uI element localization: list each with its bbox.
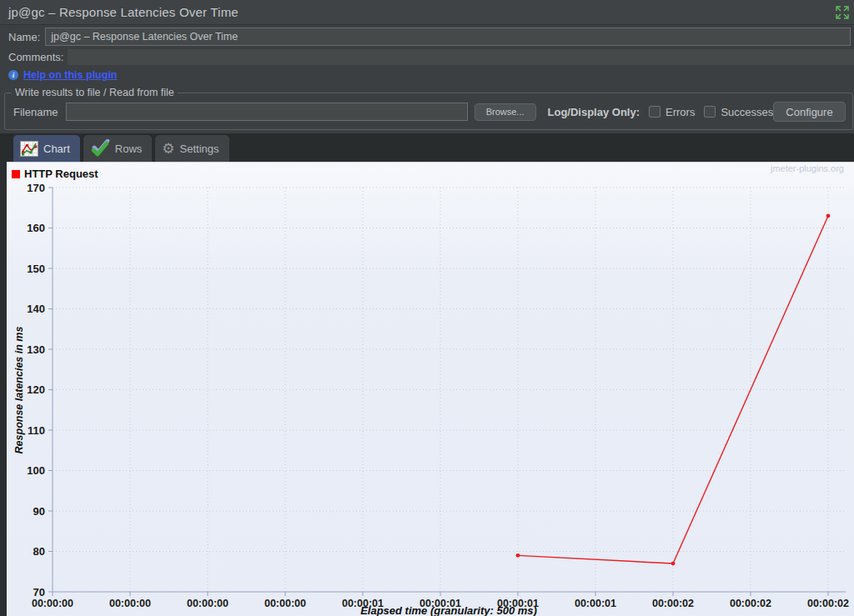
panel-left-gutter: [0, 162, 7, 616]
svg-text:00:00:02: 00:00:02: [807, 598, 849, 609]
tab-settings-label: Settings: [180, 143, 219, 155]
svg-text:110: 110: [28, 424, 45, 437]
tab-rows-label: Rows: [115, 143, 143, 155]
gear-icon: ⚙︎: [162, 142, 174, 156]
comments-input[interactable]: [68, 49, 854, 65]
name-label: Name:: [8, 31, 40, 43]
svg-text:70: 70: [33, 586, 45, 598]
expand-arrows-icon[interactable]: [836, 6, 849, 19]
titlebar: jp@gc – Response Latencies Over Time: [0, 0, 854, 25]
tab-chart[interactable]: Chart: [13, 134, 81, 162]
double-checkmark-icon: [90, 139, 110, 158]
info-circle-icon: i: [8, 70, 18, 80]
help-link[interactable]: Help on this plugin: [23, 69, 118, 81]
svg-text:00:00:02: 00:00:02: [730, 598, 771, 609]
svg-text:00:00:00: 00:00:00: [109, 598, 151, 609]
legend-swatch: [12, 170, 20, 178]
chart-panel: 70809010011012013014015016017000:00:0000…: [7, 162, 854, 616]
y-axis-title: Response latencies in ms: [13, 327, 25, 454]
svg-text:00:00:00: 00:00:00: [264, 598, 306, 609]
svg-text:00:00:00: 00:00:00: [187, 598, 229, 609]
x-axis-title: Elapsed time (granularity: 500 ms): [360, 604, 537, 616]
svg-text:80: 80: [33, 545, 45, 558]
jmeter-plugin-window: jp@gc – Response Latencies Over Time Nam…: [0, 0, 854, 616]
log-display-only-label: Log/Display Only:: [548, 106, 640, 118]
svg-text:100: 100: [27, 464, 45, 477]
chart-svg: 70809010011012013014015016017000:00:0000…: [7, 163, 854, 616]
successes-checkbox[interactable]: [704, 106, 716, 118]
successes-checkbox-label: Successes: [721, 106, 773, 118]
comments-row: Comments:: [0, 48, 854, 66]
write-results-group: Write results to file / Read from file F…: [4, 87, 853, 130]
configure-button[interactable]: Configure: [773, 102, 845, 122]
svg-text:00:00:02: 00:00:02: [652, 598, 694, 609]
svg-text:00:00:01: 00:00:01: [575, 598, 616, 609]
errors-checkbox-label: Errors: [666, 106, 695, 118]
tab-rows[interactable]: Rows: [83, 134, 153, 162]
comments-label: Comments:: [8, 51, 63, 63]
watermark-text: jmeter-plugins.org: [771, 163, 844, 173]
line-chart-icon: [20, 141, 38, 157]
filename-label: Filename: [13, 106, 58, 118]
filename-row: Filename Browse... Log/Display Only: Err…: [10, 98, 847, 125]
help-row: i Help on this plugin: [0, 67, 854, 83]
errors-checkbox[interactable]: [649, 106, 661, 118]
svg-text:00:00:00: 00:00:00: [32, 598, 73, 609]
svg-text:170: 170: [27, 182, 45, 194]
svg-text:150: 150: [27, 263, 45, 275]
write-results-legend: Write results to file / Read from file: [12, 87, 178, 98]
browse-button[interactable]: Browse...: [475, 103, 536, 121]
svg-text:130: 130: [27, 343, 45, 356]
svg-text:90: 90: [33, 505, 45, 518]
svg-text:160: 160: [27, 222, 45, 234]
tab-chart-label: Chart: [43, 143, 70, 155]
filename-input[interactable]: [66, 103, 467, 121]
name-input[interactable]: jp@gc – Response Latencies Over Time: [45, 28, 851, 46]
legend-label: HTTP Request: [24, 168, 98, 180]
svg-text:120: 120: [27, 383, 45, 396]
tab-settings[interactable]: ⚙︎ Settings: [154, 134, 229, 162]
chart-legend: HTTP Request: [12, 168, 98, 180]
page-title: jp@gc – Response Latencies Over Time: [8, 5, 239, 19]
tab-strip: Chart Rows ⚙︎ Settings: [0, 133, 854, 162]
name-row: Name: jp@gc – Response Latencies Over Ti…: [0, 27, 854, 47]
svg-text:140: 140: [27, 303, 45, 315]
